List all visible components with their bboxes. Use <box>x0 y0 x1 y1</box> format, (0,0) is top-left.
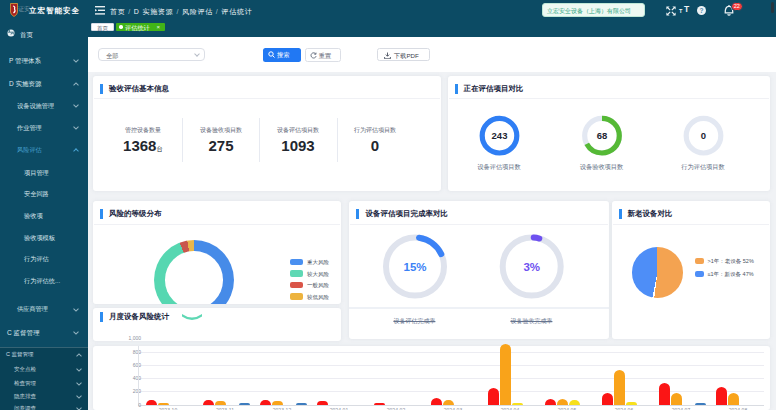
svg-text:68: 68 <box>596 130 607 141</box>
svg-text:15%: 15% <box>404 261 427 273</box>
svg-text:3%: 3% <box>524 261 541 273</box>
svg-text:243: 243 <box>491 130 507 141</box>
svg-text:0: 0 <box>700 130 705 141</box>
